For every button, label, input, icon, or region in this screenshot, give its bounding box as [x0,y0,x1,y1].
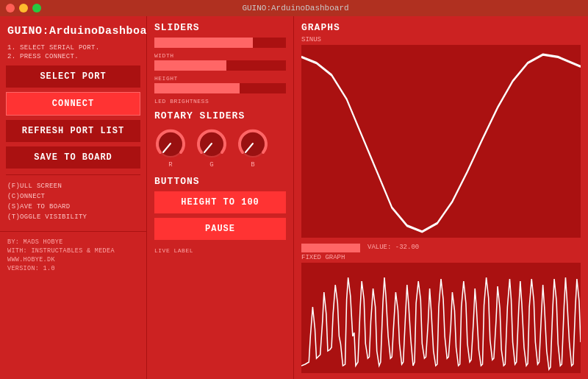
title-bar: GUINO:ArduinoDashboard [0,0,588,16]
rotary-row: R G [154,127,286,169]
sidebar-title: GUINO:ArduinoDashboard [0,22,146,43]
pause-button[interactable]: PAUSE [154,218,286,240]
slider-height[interactable]: HEIGHT [154,60,286,82]
sinus-graph [301,45,581,238]
window-title: GUINO:ArduinoDashboard [9,4,582,13]
sidebar: GUINO:ArduinoDashboard 1. SELECT SERIAL … [0,16,147,379]
rotary-r-label: R [168,161,172,169]
live-label-section: LIVE LABEL [154,247,286,254]
connect-button[interactable]: CONNECT [6,92,140,116]
sinus-label: SINUS [301,36,581,43]
middle-panel: SLIDERS WIDTH HEIGHT LED BRIGHTNESS ROTA… [147,16,294,379]
rotary-b-label: B [251,161,254,169]
footer-version: VERSION: 1.0 [0,264,146,273]
right-panel: GRAPHS SINUS VALUE: -32.00 FIXED GRAPH [294,16,588,379]
fixed-graph-area: VALUE: -32.00 FIXED GRAPH [301,244,581,373]
sidebar-divider-1 [6,174,140,175]
value-label: VALUE: -32.00 [368,244,419,251]
shortcut-save: (S)AVE TO BOARD [0,202,146,212]
footer-author: BY: MADS HOBYE [0,238,146,247]
buttons-section: BUTTONS HEIGHT TO 100 PAUSE [154,176,286,240]
save-to-board-button[interactable]: SAVE TO BOARD [6,146,140,169]
footer-url: WWW.HOBYE.DK [0,255,146,264]
sidebar-footer: BY: MADS HOBYE WITH: INSTRUCTABLES & MED… [0,231,146,273]
graphs-title: GRAPHS [301,22,581,33]
height-to-100-button[interactable]: HEIGHT TO 100 [154,191,286,213]
fixed-graph-label: FIXED GRAPH [301,254,581,261]
rotary-title: ROTARY SLIDERS [154,110,286,121]
rotary-g[interactable]: G [196,127,228,169]
instruction-1: 1. SELECT SERIAL PORT. [0,43,146,52]
rotary-sliders-section: ROTARY SLIDERS R [154,110,286,169]
rotary-r[interactable]: R [154,127,187,169]
footer-with: WITH: INSTRUCTABLES & MEDEA [0,247,146,255]
rotary-g-label: G [209,161,213,169]
value-progress-bar [301,244,360,252]
app-container: GUINO:ArduinoDashboard 1. SELECT SERIAL … [0,16,588,379]
fixed-graph [301,263,581,373]
shortcut-toggle: (T)OGGLE VISIBILITY [0,212,146,222]
shortcut-connect: (C)ONNECT [0,191,146,202]
shortcut-fullscreen: (F)ULL SCREEN [0,181,146,191]
slider-width[interactable]: WIDTH [154,38,286,59]
buttons-title: BUTTONS [154,176,286,187]
slider-led-brightness[interactable]: LED BRIGHTNESS [154,83,286,105]
sliders-title: SLIDERS [154,22,286,33]
select-port-button[interactable]: SELECT PORT [6,65,140,88]
instruction-2: 2. PRESS CONNECT. [0,52,146,61]
refresh-port-button[interactable]: REFRESH PORT LIST [6,120,140,142]
live-label: LIVE LABEL [154,247,286,254]
rotary-b[interactable]: B [237,127,269,169]
